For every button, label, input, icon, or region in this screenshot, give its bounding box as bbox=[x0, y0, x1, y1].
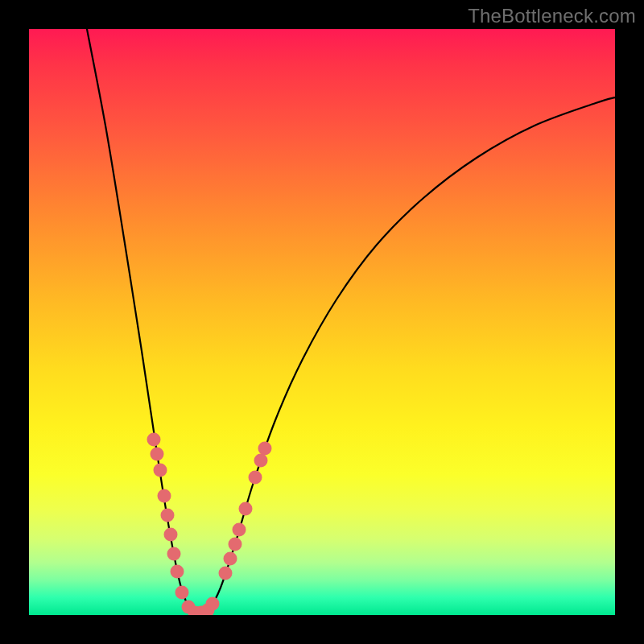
data-marker bbox=[161, 509, 175, 522]
data-marker bbox=[147, 433, 161, 447]
data-marker bbox=[254, 454, 268, 468]
outer-frame: TheBottleneck.com bbox=[0, 0, 644, 644]
data-marker bbox=[224, 552, 237, 566]
data-marker bbox=[233, 523, 246, 537]
data-marker bbox=[164, 528, 178, 542]
marker-group bbox=[147, 433, 272, 616]
data-marker bbox=[239, 502, 253, 516]
data-marker bbox=[219, 567, 233, 580]
data-marker bbox=[171, 565, 184, 579]
watermark-text: TheBottleneck.com bbox=[468, 5, 636, 27]
data-marker bbox=[154, 464, 167, 477]
data-marker bbox=[206, 597, 220, 611]
data-marker bbox=[229, 538, 242, 551]
bottleneck-curve bbox=[87, 29, 615, 613]
data-marker bbox=[158, 489, 171, 503]
chart-svg bbox=[29, 29, 615, 615]
data-marker bbox=[151, 448, 164, 461]
data-marker bbox=[258, 442, 272, 456]
data-marker bbox=[249, 471, 262, 485]
plot-area bbox=[29, 29, 615, 615]
data-marker bbox=[167, 547, 181, 561]
data-marker bbox=[175, 586, 189, 600]
